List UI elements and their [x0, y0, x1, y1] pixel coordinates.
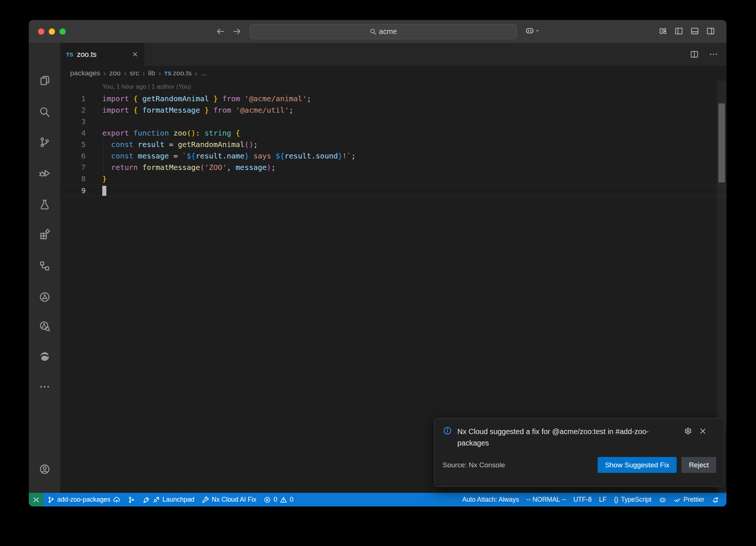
status-label: 0 [274, 496, 277, 504]
nx-console-icon [39, 260, 51, 272]
breadcrumb-separator: › [158, 69, 161, 78]
title-bar: acme [29, 20, 726, 43]
code-line[interactable]: 6 const message = `${result.name} says $… [60, 150, 726, 162]
nav-forward-icon[interactable] [232, 26, 242, 37]
code-line[interactable]: 3 [60, 116, 726, 127]
status-label: LF [599, 496, 606, 504]
line-number: 9 [60, 185, 86, 197]
source-control-icon [39, 136, 51, 148]
line-number: 4 [60, 127, 86, 139]
breadcrumb-item[interactable]: packages [70, 69, 100, 77]
customize-layout-icon[interactable] [658, 26, 668, 36]
more-views-icon [39, 381, 51, 393]
copilot-icon [659, 496, 666, 504]
status-item-problems[interactable]: 00 [260, 493, 297, 506]
activity-item-testing[interactable] [29, 194, 60, 215]
status-item-auto-attach[interactable]: Auto Attach: Always [458, 493, 523, 506]
zoom-window-button[interactable] [59, 28, 66, 35]
status-item-source-control-graph[interactable] [124, 493, 139, 506]
command-center-search[interactable]: acme [250, 24, 517, 39]
activity-item-edge-tools[interactable] [29, 346, 60, 367]
tab-zoo-ts[interactable]: TS zoo.ts [60, 43, 144, 66]
line-number: 3 [60, 116, 86, 127]
activity-item-source-control[interactable] [29, 132, 60, 153]
git-blame-annotation: You, 1 hour ago | 1 author (You) [102, 83, 191, 91]
activity-item-nx-graph[interactable] [29, 287, 60, 307]
code-line[interactable]: 9 [60, 185, 726, 196]
breadcrumb-item[interactable]: lib [148, 69, 155, 77]
breadcrumb-item[interactable]: zoo [109, 69, 121, 77]
nx-cloud-icon [39, 320, 51, 332]
breadcrumb-separator: › [124, 69, 127, 78]
breadcrumb-item[interactable]: TS zoo.ts [164, 69, 192, 77]
testing-icon [39, 198, 51, 210]
status-item-vim-mode[interactable]: -- NORMAL -- [523, 493, 570, 506]
close-window-button[interactable] [38, 28, 44, 35]
code-line[interactable]: 8} [60, 173, 726, 185]
activity-item-nx-console[interactable] [29, 256, 60, 276]
status-item-encoding[interactable]: UTF-8 [570, 493, 595, 506]
reject-button[interactable]: Reject [681, 457, 716, 473]
breadcrumb-item[interactable]: ... [201, 69, 207, 77]
activity-item-nx-cloud[interactable] [29, 316, 60, 337]
nx-graph-icon [39, 291, 51, 303]
activity-item-accounts[interactable] [29, 459, 60, 480]
more-actions-icon[interactable] [709, 50, 718, 59]
breadcrumb-separator: › [142, 69, 145, 78]
activity-item-more-views[interactable] [29, 376, 60, 397]
line-number: 5 [60, 139, 86, 150]
edge-tools-icon [39, 351, 51, 362]
editor-scrollbar-thumb[interactable] [718, 103, 725, 182]
split-editor-icon[interactable] [690, 50, 699, 59]
code-lines: 1import { getRandomAnimal } from '@acme/… [60, 93, 726, 196]
status-item-nx-cloud-ai-fix[interactable]: Nx Cloud AI Fix [198, 493, 260, 506]
status-label: Launchpad [162, 496, 195, 504]
show-suggested-fix-button[interactable]: Show Suggested Fix [598, 457, 677, 473]
notification-settings-icon[interactable] [684, 427, 692, 435]
activity-item-explorer[interactable] [29, 70, 60, 91]
status-item-prettier[interactable]: Prettier [670, 493, 708, 506]
activity-item-extensions[interactable] [29, 224, 60, 245]
status-item-language[interactable]: {}TypeScript [610, 493, 655, 506]
activity-item-search[interactable] [29, 102, 60, 122]
line-number: 1 [60, 93, 86, 105]
notification-close-icon[interactable] [699, 427, 707, 435]
code-text: import { getRandomAnimal } from '@acme/a… [102, 93, 311, 105]
code-line[interactable]: 7 return formatMessage('ZOO', message); [60, 162, 726, 173]
code-text: const result = getRandomAnimal(); [102, 139, 258, 150]
minimize-window-button[interactable] [49, 28, 55, 35]
graph2-icon [128, 496, 135, 504]
rocket-icon [142, 496, 150, 504]
status-item-notifications-bell[interactable] [708, 493, 723, 506]
breadcrumb-item[interactable]: src [130, 69, 139, 77]
status-label: Auto Attach: Always [462, 496, 519, 504]
toggle-panel-icon[interactable] [690, 26, 700, 36]
code-text: const message = `${result.name} says ${r… [102, 150, 355, 162]
copilot-menu[interactable] [525, 26, 540, 35]
bell-icon [712, 496, 719, 504]
toggle-sidebar-right-icon[interactable] [706, 26, 715, 36]
search-icon [39, 106, 51, 118]
copilot-icon [525, 26, 535, 35]
toggle-sidebar-left-icon[interactable] [674, 26, 684, 36]
status-item-launchpad[interactable]: Launchpad [139, 493, 198, 506]
warn-icon [280, 496, 287, 504]
status-label: {} [614, 496, 618, 504]
code-line[interactable]: 4export function zoo(): string { [60, 127, 726, 139]
branch-icon [47, 496, 55, 504]
nav-back-icon[interactable] [215, 26, 226, 37]
code-line[interactable]: 5 const result = getRandomAnimal(); [60, 139, 726, 150]
code-line[interactable]: 2import { formatMessage } from '@acme/ut… [60, 105, 726, 116]
status-item-remote-indicator[interactable] [29, 493, 44, 506]
wrench-icon [202, 496, 209, 504]
status-item-eol[interactable]: LF [595, 493, 610, 506]
status-label: -- NORMAL -- [526, 496, 566, 504]
status-label: TypeScript [621, 496, 652, 504]
activity-item-run-debug[interactable] [29, 163, 60, 184]
code-line[interactable]: 1import { getRandomAnimal } from '@acme/… [60, 93, 726, 105]
status-item-copilot[interactable] [655, 493, 670, 506]
status-bar: add-zoo-packagesLaunchpadNx Cloud AI Fix… [29, 493, 726, 506]
close-tab-icon[interactable] [132, 51, 138, 58]
cloudup-icon [113, 496, 120, 504]
status-item-branch[interactable]: add-zoo-packages [44, 493, 124, 506]
